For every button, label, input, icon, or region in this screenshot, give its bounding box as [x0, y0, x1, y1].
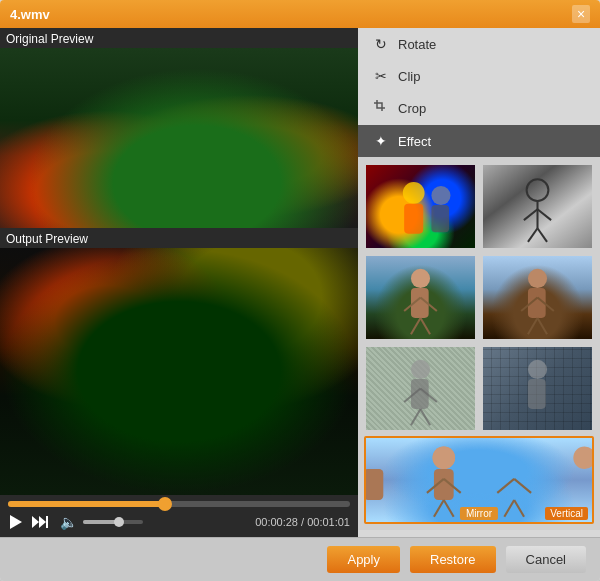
- svg-line-11: [538, 209, 552, 220]
- restore-button[interactable]: Restore: [410, 546, 496, 573]
- progress-thumb[interactable]: [158, 497, 172, 511]
- time-separator: /: [298, 516, 307, 528]
- cancel-button[interactable]: Cancel: [506, 546, 586, 573]
- effect-cell-4[interactable]: [481, 254, 594, 341]
- svg-rect-42: [366, 469, 383, 500]
- svg-point-6: [431, 186, 450, 205]
- svg-rect-5: [404, 204, 423, 234]
- svg-point-26: [411, 360, 430, 379]
- effect-cell-7[interactable]: Mirror Vertical: [364, 436, 594, 524]
- rotate-icon: ↻: [372, 36, 390, 52]
- svg-marker-0: [10, 515, 22, 529]
- effect-bg-4: [483, 256, 592, 339]
- effect-cell-2[interactable]: [481, 163, 594, 250]
- svg-line-43: [497, 479, 514, 493]
- original-preview: [0, 48, 358, 228]
- output-preview: [0, 248, 358, 495]
- svg-line-46: [514, 500, 524, 517]
- svg-point-41: [573, 446, 592, 469]
- effect-icon: ✦: [372, 133, 390, 149]
- window-title: 4.wmv: [10, 7, 572, 22]
- main-content: Original Preview Output Preview: [0, 28, 600, 537]
- svg-line-31: [421, 409, 431, 425]
- menu-items: ↻ Rotate ✂ Clip Crop: [358, 28, 600, 157]
- svg-line-24: [528, 318, 538, 334]
- svg-point-14: [411, 269, 430, 288]
- volume-icon: 🔈: [60, 514, 77, 530]
- crop-label: Crop: [398, 101, 426, 116]
- time-display: 00:00:28 / 00:01:01: [255, 516, 350, 528]
- svg-line-39: [444, 500, 454, 517]
- effect-cell-6[interactable]: [481, 345, 594, 432]
- svg-line-38: [434, 500, 444, 517]
- next-frame-button[interactable]: [30, 514, 50, 530]
- effect-cell-3[interactable]: [364, 254, 477, 341]
- original-preview-label: Original Preview: [0, 28, 358, 48]
- progress-fill: [8, 501, 165, 507]
- left-panel: Original Preview Output Preview: [0, 28, 358, 537]
- sidebar-item-effect[interactable]: ✦ Effect: [358, 125, 600, 157]
- bottom-bar: Apply Restore Cancel: [0, 537, 600, 581]
- svg-marker-2: [39, 516, 46, 528]
- sidebar-item-rotate[interactable]: ↻ Rotate: [358, 28, 600, 60]
- effect-bg-6: [483, 347, 592, 430]
- extra-menu-items: ◑ Adjust Watermark: [358, 530, 600, 537]
- svg-line-10: [524, 209, 538, 220]
- svg-rect-33: [528, 379, 546, 409]
- svg-point-40: [433, 446, 456, 469]
- close-button[interactable]: ×: [572, 5, 590, 23]
- transport-row: 🔈 00:00:28 / 00:01:01: [8, 513, 350, 531]
- effect-cell-5[interactable]: [364, 345, 477, 432]
- progress-bar[interactable]: [8, 501, 350, 507]
- mirror-label: Mirror: [460, 507, 498, 520]
- effect-bg-5: [366, 347, 475, 430]
- svg-point-4: [403, 182, 425, 204]
- clip-label: Clip: [398, 69, 420, 84]
- svg-point-20: [528, 269, 547, 288]
- rotate-label: Rotate: [398, 37, 436, 52]
- vertical-badge: Vertical: [545, 507, 588, 520]
- time-current: 00:00:28: [255, 516, 298, 528]
- crop-icon: [372, 100, 390, 117]
- main-window: 4.wmv × Original Preview Output Preview: [0, 0, 600, 581]
- effect-bg-1: [366, 165, 475, 248]
- effect-bg-2: [483, 165, 592, 248]
- output-video-frame: [0, 248, 358, 495]
- effect-grid: Mirror Vertical: [358, 157, 600, 530]
- svg-line-13: [538, 228, 548, 242]
- effect-cell-1[interactable]: [364, 163, 477, 250]
- svg-line-18: [411, 318, 421, 334]
- svg-rect-7: [431, 205, 449, 232]
- output-preview-label: Output Preview: [0, 228, 358, 248]
- controls-area: 🔈 00:00:28 / 00:01:01: [0, 495, 358, 537]
- clip-icon: ✂: [372, 68, 390, 84]
- sidebar-item-crop[interactable]: Crop: [358, 92, 600, 125]
- svg-line-30: [411, 409, 421, 425]
- effect-label: Effect: [398, 134, 431, 149]
- svg-rect-3: [46, 516, 48, 528]
- svg-point-8: [527, 179, 549, 201]
- volume-thumb[interactable]: [114, 517, 124, 527]
- right-panel: ↻ Rotate ✂ Clip Crop: [358, 28, 600, 537]
- effect-bg-3: [366, 256, 475, 339]
- svg-marker-1: [32, 516, 39, 528]
- titlebar: 4.wmv ×: [0, 0, 600, 28]
- original-video-frame: [0, 48, 358, 228]
- svg-point-32: [528, 360, 547, 379]
- svg-line-25: [538, 318, 548, 334]
- time-total: 00:01:01: [307, 516, 350, 528]
- play-button[interactable]: [8, 513, 24, 531]
- svg-line-45: [504, 500, 514, 517]
- svg-line-44: [514, 479, 531, 493]
- apply-button[interactable]: Apply: [327, 546, 400, 573]
- svg-line-19: [421, 318, 431, 334]
- volume-slider[interactable]: [83, 520, 143, 524]
- sidebar-item-clip[interactable]: ✂ Clip: [358, 60, 600, 92]
- svg-line-12: [528, 228, 538, 242]
